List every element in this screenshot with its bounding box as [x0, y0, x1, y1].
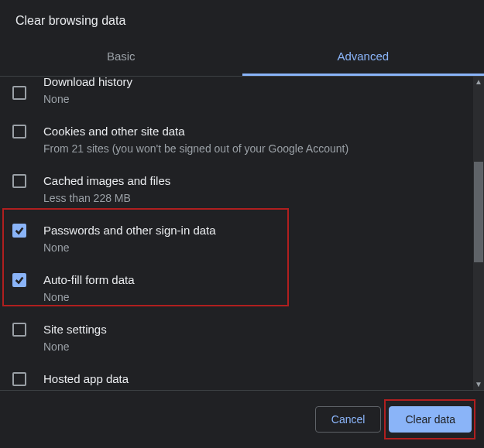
- option-text: Cached images and files Less than 228 MB: [43, 173, 473, 207]
- check-icon: [14, 275, 25, 286]
- checkbox-cache[interactable]: [12, 174, 26, 188]
- dialog-footer: Cancel Clear data: [0, 390, 484, 448]
- dialog-header: Clear browsing data: [0, 0, 484, 34]
- option-cookies: Cookies and other site data From 21 site…: [0, 115, 473, 165]
- clear-data-button[interactable]: Clear data: [389, 406, 472, 433]
- option-sub: None: [43, 240, 473, 256]
- options-list: Download history None Cookies and other …: [0, 77, 484, 390]
- content-area: Download history None Cookies and other …: [0, 77, 484, 390]
- option-sub: None: [43, 339, 473, 355]
- checkbox-wrap: [12, 321, 43, 337]
- check-icon: [14, 225, 25, 236]
- dialog-title: Clear browsing data: [15, 14, 469, 28]
- option-title: Cookies and other site data: [43, 123, 473, 139]
- scrollbar[interactable]: ▲ ▼: [473, 77, 484, 390]
- option-sub: None: [43, 289, 473, 306]
- option-text: Auto-fill form data None: [43, 272, 473, 306]
- checkbox-wrap: [12, 371, 43, 386]
- option-sub: Less than 228 MB: [43, 190, 473, 207]
- option-text: Hosted app data 5 apps (Cloud Print, Gma…: [43, 371, 473, 390]
- scroll-up-icon[interactable]: ▲: [475, 78, 482, 86]
- checkbox-hosted-app[interactable]: [12, 372, 26, 386]
- option-text: Site settings None: [43, 321, 473, 355]
- option-passwords: Passwords and other sign-in data None: [0, 214, 473, 264]
- option-title: Passwords and other sign-in data: [43, 222, 473, 238]
- option-cache: Cached images and files Less than 228 MB: [0, 165, 473, 214]
- option-title: Hosted app data: [43, 371, 473, 387]
- checkbox-wrap: [12, 222, 43, 238]
- checkbox-cookies[interactable]: [12, 125, 26, 139]
- checkbox-wrap: [12, 84, 43, 100]
- option-title: Auto-fill form data: [43, 272, 473, 288]
- checkbox-wrap: [12, 173, 43, 188]
- option-sub: None: [43, 91, 473, 108]
- checkbox-wrap: [12, 123, 43, 139]
- option-download: Download history None: [0, 77, 473, 115]
- checkbox-passwords[interactable]: [12, 224, 26, 238]
- option-sub: 5 apps (Cloud Print, Gmail and 3 more): [43, 388, 473, 390]
- option-hosted-app: Hosted app data 5 apps (Cloud Print, Gma…: [0, 363, 473, 390]
- scroll-down-icon[interactable]: ▼: [475, 381, 482, 388]
- checkbox-download[interactable]: [12, 86, 26, 100]
- tab-basic[interactable]: Basic: [0, 39, 242, 76]
- tabs: Basic Advanced: [0, 39, 484, 77]
- option-sub: From 21 sites (you won't be signed out o…: [43, 141, 473, 157]
- option-title: Download history: [43, 77, 473, 90]
- scrollbar-thumb[interactable]: [474, 162, 483, 262]
- cancel-button[interactable]: Cancel: [315, 406, 382, 433]
- option-title: Site settings: [43, 321, 473, 337]
- option-title: Cached images and files: [43, 173, 473, 189]
- option-text: Download history None: [43, 84, 473, 108]
- option-text: Cookies and other site data From 21 site…: [43, 123, 473, 157]
- checkbox-wrap: [12, 272, 43, 287]
- checkbox-autofill[interactable]: [12, 273, 26, 287]
- option-autofill: Auto-fill form data None: [0, 264, 473, 313]
- tab-advanced[interactable]: Advanced: [242, 39, 485, 76]
- checkbox-site-settings[interactable]: [12, 323, 26, 337]
- option-site-settings: Site settings None: [0, 313, 473, 363]
- option-text: Passwords and other sign-in data None: [43, 222, 473, 256]
